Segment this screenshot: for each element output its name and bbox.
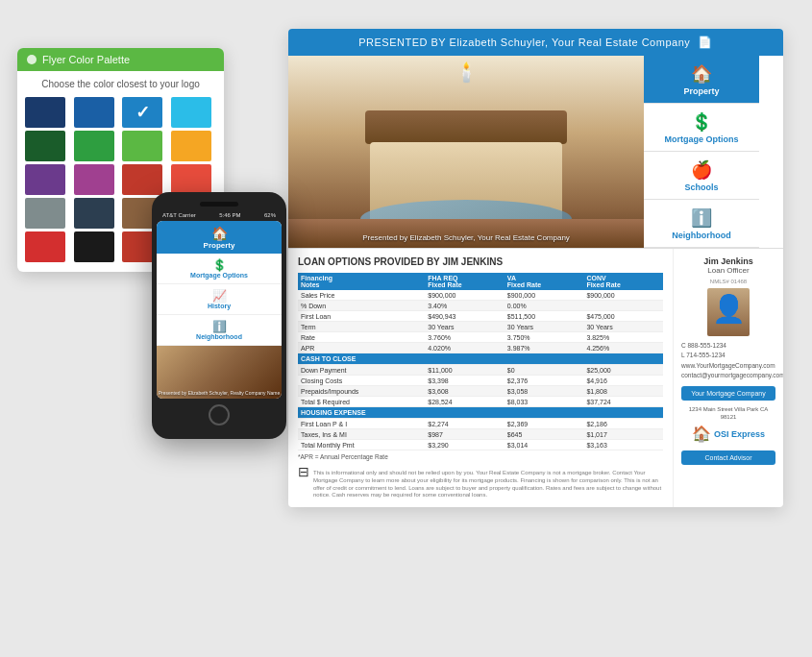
table-row: Closing Costs$3,398$2,376$4,916 — [298, 376, 663, 386]
row-label: Rate — [298, 332, 425, 343]
table-row: Down Payment$11,000$0$25,000 — [298, 365, 663, 376]
table-row: First Loan P & I$2,274$2,369$2,186 — [298, 419, 663, 429]
table-row: Rate3.760%3.750%3.825% — [298, 332, 663, 343]
color-swatch-9[interactable] — [74, 164, 114, 195]
color-swatch-2[interactable] — [122, 97, 162, 128]
bedroom-scene: 🕯️ — [288, 56, 644, 248]
flyer-image-area: 🕯️ Presented by Elizabeth Schuyler, Your… — [288, 56, 644, 248]
contact-email: contact@yourmortgagecompany.com — [681, 371, 775, 380]
main-flyer: PRESENTED BY Elizabeth Schuyler, Your Re… — [288, 29, 783, 507]
row-label: APR — [298, 343, 425, 353]
nav-neighborhood-icon: ℹ️ — [691, 207, 712, 229]
color-swatch-16[interactable] — [25, 231, 65, 262]
color-swatch-1[interactable] — [74, 97, 114, 128]
color-swatch-6[interactable] — [122, 131, 162, 161]
flyer-main-row: 🕯️ Presented by Elizabeth Schuyler, Your… — [288, 56, 783, 248]
row-label: % Down — [298, 301, 425, 311]
color-swatch-0[interactable] — [25, 97, 65, 128]
osi-company-name: OSI Express — [714, 429, 765, 439]
row-value-2: $3,058 — [504, 386, 584, 397]
row-value-1: $3,290 — [425, 440, 504, 450]
phone-img-caption: Presented by Elizabeth Schuyler, Realty … — [159, 390, 280, 396]
row-value-2: $3,014 — [504, 440, 584, 450]
phone-image-area: Presented by Elizabeth Schuyler, Realty … — [157, 346, 282, 399]
palette-circle-icon — [27, 55, 37, 64]
phone-history-label: History — [208, 303, 231, 309]
color-swatch-3[interactable] — [171, 97, 211, 128]
color-swatch-10[interactable] — [122, 164, 162, 195]
color-swatch-4[interactable] — [25, 131, 65, 161]
row-value-2: 0.00% — [504, 301, 584, 311]
contact-phone1: C 888-555-1234 — [681, 341, 775, 351]
section-header-11: HOUSING EXPENSE — [298, 407, 663, 419]
nav-schools[interactable]: 🍎 Schools — [644, 152, 759, 200]
phone-property-header[interactable]: 🏠 Property — [157, 221, 282, 254]
row-value-3: $37,724 — [583, 397, 663, 407]
row-label: Prepaids/Impounds — [298, 386, 425, 397]
color-swatch-7[interactable] — [171, 131, 211, 161]
color-swatch-13[interactable] — [74, 198, 114, 229]
row-value-2: $645 — [504, 429, 584, 440]
phone-mortgage-icon: 💲 — [212, 258, 227, 272]
your-mortgage-company-button[interactable]: Your Mortgage Company — [681, 386, 775, 401]
row-value-1: 30 Years — [425, 322, 504, 332]
row-value-3: $2,186 — [583, 419, 663, 429]
equal-housing: ⊟ This is informational only and should … — [298, 464, 663, 499]
palette-header: Flyer Color Palette — [17, 48, 224, 71]
equal-housing-icon: ⊟ — [298, 464, 309, 479]
row-value-3: $25,000 — [583, 365, 663, 376]
phone-mortgage-item[interactable]: 💲 Mortgage Options — [157, 254, 282, 284]
col-conv: CONVFixed Rate — [583, 273, 663, 290]
phone-home-icon: 🏠 — [160, 226, 278, 241]
palette-title: Flyer Color Palette — [42, 54, 130, 65]
row-value-3: $4,916 — [583, 376, 663, 386]
phone-mortgage-label: Mortgage Options — [190, 272, 248, 279]
table-row: % Down3.40%0.00% — [298, 301, 663, 311]
color-swatch-8[interactable] — [25, 164, 65, 195]
contact-advisor-button[interactable]: Contact Advisor — [681, 450, 775, 465]
phone-mockup: AT&T Carrier 5:46 PM 62% 🏠 Property 💲 Mo… — [152, 192, 286, 439]
table-row: Total Monthly Pmt$3,290$3,014$3,163 — [298, 440, 663, 450]
table-row: Taxes, Ins & MI$987$645$1,017 — [298, 429, 663, 440]
nav-mortgage-icon: 💲 — [691, 111, 712, 133]
contact-photo — [707, 288, 750, 336]
nav-property[interactable]: 🏠 Property — [644, 56, 759, 104]
palette-subtitle: Choose the color closest to your logo — [17, 71, 224, 93]
contact-website: www.YourMortgageCompany.com — [681, 361, 775, 371]
phone-history-item[interactable]: 📈 History — [157, 284, 282, 315]
row-value-3: $475,000 — [583, 311, 663, 322]
phone-property-label: Property — [204, 241, 235, 250]
contact-address1: 1234 Main Street — [689, 406, 733, 412]
color-swatch-5[interactable] — [74, 131, 114, 161]
phone-carrier: AT&T Carrier — [162, 212, 196, 218]
flyer-document-icon: 📄 — [698, 36, 713, 49]
osi-logo: 🏠 OSI Express — [692, 425, 765, 443]
row-value-1: $3,398 — [425, 376, 504, 386]
table-row: First Loan$490,943$511,500$475,000 — [298, 311, 663, 322]
nav-schools-label: Schools — [684, 182, 718, 192]
phone-home-button[interactable] — [209, 404, 230, 426]
phone-neighborhood-label: Neighborhood — [196, 333, 242, 340]
row-value-3: $1,808 — [583, 386, 663, 397]
row-value-1: $490,943 — [425, 311, 504, 322]
color-swatch-12[interactable] — [25, 198, 65, 229]
chandelier-icon: 🕯️ — [455, 61, 479, 84]
loan-section: LOAN OPTIONS PROVIDED BY Jim Jenkins Fin… — [288, 249, 673, 507]
row-label: Total $ Required — [298, 397, 425, 407]
row-label: Term — [298, 322, 425, 332]
flyer-img-caption: Presented by Elizabeth Schuyler, Your Re… — [362, 233, 570, 242]
color-swatch-17[interactable] — [74, 231, 114, 262]
color-swatch-11[interactable] — [171, 164, 211, 195]
bed-headboard — [365, 110, 567, 144]
row-label: Down Payment — [298, 365, 425, 376]
nav-mortgage[interactable]: 💲 Mortgage Options — [644, 104, 759, 152]
row-value-1: $28,524 — [425, 397, 504, 407]
table-row: Term30 Years30 Years30 Years — [298, 322, 663, 332]
phone-battery: 62% — [264, 212, 276, 218]
nav-neighborhood-label: Neighborhood — [672, 231, 731, 240]
phone-neighborhood-item[interactable]: ℹ️ Neighborhood — [157, 315, 282, 346]
table-row: Sales Price$900,000$900,000$900,000 — [298, 290, 663, 301]
row-value-1: $2,274 — [425, 419, 504, 429]
table-row: Prepaids/Impounds$3,608$3,058$1,808 — [298, 386, 663, 397]
nav-neighborhood[interactable]: ℹ️ Neighborhood — [644, 200, 759, 248]
